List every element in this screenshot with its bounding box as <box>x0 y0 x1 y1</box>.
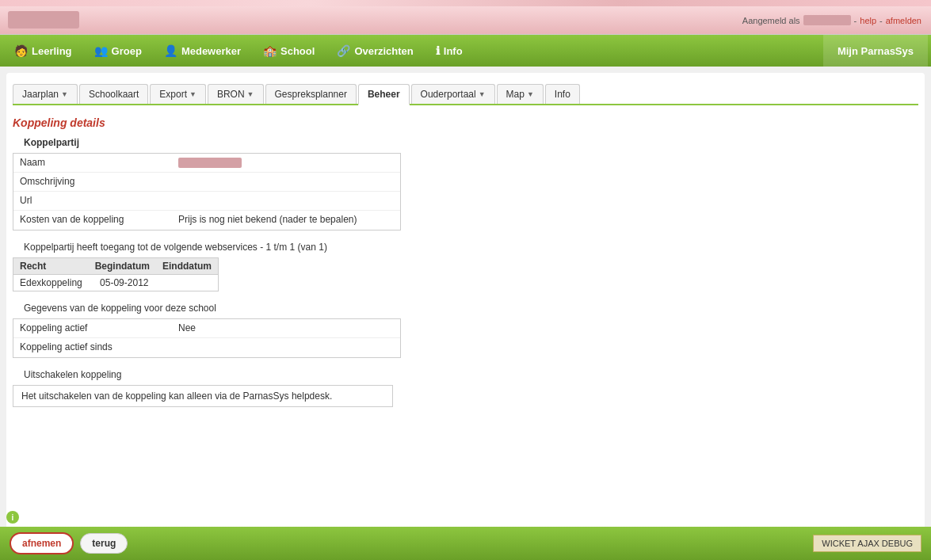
gegevens-header: Gegevens van de koppeling voor deze scho… <box>13 303 918 314</box>
koppelpartij-kosten-row: Kosten van de koppeling Prijs is nog nie… <box>13 211 400 230</box>
services-table: Recht Begindatum Einddatum Edexkoppeling… <box>13 257 219 291</box>
tab-map[interactable]: Map ▼ <box>497 84 544 104</box>
logo-area <box>8 11 79 30</box>
nav-medewerker-label: Medewerker <box>181 45 241 57</box>
kosten-label: Kosten van de koppeling <box>13 211 172 230</box>
nav-groep[interactable]: 👥 Groep <box>83 35 153 67</box>
top-decorative-bar <box>0 0 931 6</box>
tab-info-label: Info <box>555 89 570 100</box>
info-nav-icon: ℹ <box>436 44 440 57</box>
leerling-icon: 🧑 <box>14 44 28 57</box>
naam-placeholder <box>178 158 242 168</box>
uitschakelen-box: Het uitschakelen van de koppeling kan al… <box>13 385 393 407</box>
uitschakelen-header: Uitschakelen koppeling <box>13 369 918 380</box>
col-begin-header: Begindatum <box>89 258 156 274</box>
bron-dropdown-arrow: ▼ <box>247 90 254 98</box>
jaarplan-dropdown-arrow: ▼ <box>61 90 68 98</box>
col-recht-header: Recht <box>13 258 89 274</box>
nav-overzichten-label: Overzichten <box>354 45 413 57</box>
afmelden-link[interactable]: afmelden <box>886 16 921 25</box>
koppeling-actief-row: Koppeling actief Nee <box>13 319 400 338</box>
export-dropdown-arrow: ▼ <box>189 90 197 98</box>
koppeling-actief-sinds-value <box>172 338 400 357</box>
map-dropdown-arrow: ▼ <box>527 90 534 98</box>
main-nav: 🧑 Leerling 👥 Groep 👤 Medewerker 🏫 School… <box>0 35 931 67</box>
nav-groep-label: Groep <box>112 45 142 57</box>
nav-info[interactable]: ℹ Info <box>425 35 474 67</box>
koppelpartij-info-box: Naam Omschrijving Url Kosten van de kopp… <box>13 153 401 230</box>
user-info: Aangemeld als - help - afmelden <box>742 15 921 25</box>
tab-export-label: Export <box>159 89 187 100</box>
logo-placeholder <box>8 11 79 29</box>
tab-bron[interactable]: BRON ▼ <box>208 84 264 104</box>
kosten-value: Prijs is nog niet bekend (nader te bepal… <box>172 211 400 230</box>
tab-schoolkaart-label: Schoolkaart <box>89 89 139 100</box>
username-placeholder <box>803 15 851 25</box>
url-label: Url <box>13 192 172 210</box>
tab-ouderportaal[interactable]: Ouderportaal ▼ <box>411 84 495 104</box>
koppelpartij-header: Koppelpartij <box>13 137 918 148</box>
tab-export[interactable]: Export ▼ <box>150 84 206 104</box>
help-link[interactable]: help <box>860 16 876 25</box>
gegevens-info-box: Koppeling actief Nee Koppeling actief si… <box>13 318 401 358</box>
dash1: - <box>854 16 857 25</box>
koppelpartij-omschrijving-row: Omschrijving <box>13 173 400 192</box>
naam-label: Naam <box>13 154 172 172</box>
row-recht: Edexkoppeling <box>13 275 93 291</box>
tab-jaarplan-label: Jaarplan <box>22 89 59 100</box>
ouderportaal-dropdown-arrow: ▼ <box>479 90 486 98</box>
tab-gespreksplanner[interactable]: Gespreksplanner <box>265 84 357 104</box>
section-title: Koppeling details <box>13 116 918 129</box>
services-table-header: Recht Begindatum Einddatum <box>13 258 218 275</box>
koppeling-actief-sinds-label: Koppeling actief sinds <box>13 338 172 357</box>
nav-overzichten[interactable]: 🔗 Overzichten <box>326 35 424 67</box>
top-bar: Aangemeld als - help - afmelden <box>0 6 931 35</box>
groep-icon: 👥 <box>94 44 108 57</box>
tab-beheer[interactable]: Beheer <box>358 84 410 105</box>
koppeling-actief-sinds-row: Koppeling actief sinds <box>13 338 400 357</box>
services-table-row: Edexkoppeling 05-09-2012 <box>13 275 218 291</box>
koppeling-actief-label: Koppeling actief <box>13 319 172 337</box>
nav-leerling-label: Leerling <box>32 45 72 57</box>
afnemen-button[interactable]: afnemen <box>10 532 74 539</box>
tab-jaarplan[interactable]: Jaarplan ▼ <box>13 84 78 104</box>
koppelpartij-naam-row: Naam <box>13 154 400 173</box>
wicket-debug-button[interactable]: WICKET AJAX DEBUG <box>813 535 921 539</box>
koppelpartij-url-row: Url <box>13 192 400 211</box>
nav-leerling[interactable]: 🧑 Leerling <box>3 35 83 67</box>
omschrijving-label: Omschrijving <box>13 173 172 191</box>
naam-value <box>172 154 400 172</box>
tab-info[interactable]: Info <box>545 84 580 104</box>
mijn-parnassys-label: Mijn ParnasSys <box>838 45 914 57</box>
mijn-parnassys-tab[interactable]: Mijn ParnasSys <box>823 35 928 67</box>
nav-medewerker[interactable]: 👤 Medewerker <box>153 35 252 67</box>
tab-beheer-label: Beheer <box>368 89 400 100</box>
tab-gespreksplanner-label: Gespreksplanner <box>275 89 347 100</box>
col-end-header: Einddatum <box>156 258 218 274</box>
omschrijving-value <box>172 173 400 191</box>
medewerker-icon: 👤 <box>164 44 177 57</box>
sub-nav: Jaarplan ▼ Schoolkaart Export ▼ BRON ▼ G… <box>13 79 918 105</box>
footer: afnemen terug WICKET AJAX DEBUG <box>0 527 931 539</box>
aangemeld-als-label: Aangemeld als <box>742 16 800 25</box>
terug-button[interactable]: terug <box>80 533 128 539</box>
tab-map-label: Map <box>506 89 525 100</box>
row-begindatum: 05-09-2012 <box>93 275 159 291</box>
tab-bron-label: BRON <box>217 89 245 100</box>
nav-school-label: School <box>280 45 315 57</box>
url-value <box>172 192 400 210</box>
overzichten-icon: 🔗 <box>337 44 350 57</box>
school-icon: 🏫 <box>263 44 277 57</box>
nav-info-label: Info <box>444 45 463 57</box>
nav-school[interactable]: 🏫 School <box>252 35 326 67</box>
koppeling-actief-value: Nee <box>172 319 400 337</box>
tab-schoolkaart[interactable]: Schoolkaart <box>79 84 148 104</box>
dash2: - <box>879 16 883 25</box>
tab-ouderportaal-label: Ouderportaal <box>421 89 476 100</box>
webservices-header: Koppelpartij heeft toegang tot de volgen… <box>13 242 918 253</box>
content-area: Jaarplan ▼ Schoolkaart Export ▼ BRON ▼ G… <box>6 73 925 532</box>
info-icon-bottom: i <box>6 511 19 524</box>
row-einddatum <box>159 275 218 291</box>
